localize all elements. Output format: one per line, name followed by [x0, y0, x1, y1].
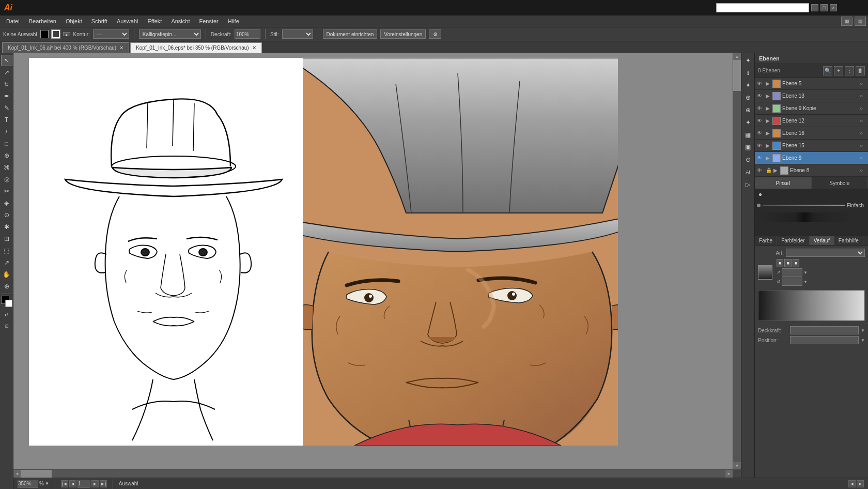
tool-rotate[interactable]: ↻ [1, 79, 12, 90]
tool-pen[interactable]: ✒ [1, 90, 12, 102]
layers-menu-btn[interactable]: ⋮ [845, 66, 854, 75]
menu-auswahl[interactable]: Auswahl [113, 17, 143, 25]
tab-symbole[interactable]: Symbole [812, 177, 869, 189]
tab-1-close[interactable]: ✕ [119, 45, 123, 51]
panel-icon-btn2[interactable]: ▤ [855, 17, 866, 26]
layer-eye-9k[interactable]: 👁 [757, 105, 764, 111]
right-tool-3[interactable]: ✦ [742, 80, 754, 91]
art-select[interactable] [786, 249, 865, 257]
tab-1[interactable]: Kopf_01_Ink_06.ai* bei 400 % (RGB/Vorsch… [2, 42, 129, 53]
page-next-btn[interactable]: ► [91, 480, 99, 487]
layers-delete-btn[interactable]: 🗑 [856, 66, 865, 75]
menu-schrift[interactable]: Schrift [87, 17, 112, 25]
panel-icon-btn1[interactable]: ▦ [841, 17, 853, 26]
color-tab-verlauf[interactable]: Verlauf [810, 236, 834, 245]
tool-blend[interactable]: ◎ [1, 174, 12, 185]
tool-transform[interactable]: ⊕ [1, 150, 12, 161]
tool-zoom[interactable]: ⊕ [1, 281, 12, 292]
page-last-btn[interactable]: ►| [100, 480, 107, 487]
canvas-area[interactable]: ▲ ▼ ◄ ► [13, 53, 741, 478]
menu-bearbeiten[interactable]: Bearbeiten [25, 17, 60, 25]
right-tool-7[interactable]: ▦ [742, 129, 754, 141]
layer-row-ebene8[interactable]: 👁 🔒 ▶ Ebene 8 ○ [755, 164, 868, 177]
fill-color-indicator[interactable] [1, 296, 12, 307]
tool-scissors[interactable]: ✂ [1, 186, 12, 197]
right-tool-6[interactable]: ✦ [742, 117, 754, 128]
tool-warp[interactable]: ⌘ [1, 162, 12, 173]
color-tab-farbe[interactable]: Farbe [755, 236, 777, 245]
layer-expand-15[interactable]: ▶ [766, 143, 771, 148]
tool-hand[interactable]: ✋ [1, 269, 12, 280]
deckkraft-input[interactable] [790, 326, 859, 334]
page-prev-btn[interactable]: ◄ [69, 480, 76, 487]
tool-line[interactable]: / [1, 126, 12, 137]
gradient-swatch[interactable] [758, 265, 772, 280]
color-tab-farbfelder[interactable]: Farbfelder [777, 236, 810, 245]
color-tab-farbhilfe[interactable]: Farbhilfe [834, 236, 863, 245]
right-tool-9[interactable]: ⊙ [742, 154, 754, 165]
position-input[interactable] [790, 336, 859, 344]
color-type-btn2[interactable]: ■ [784, 259, 791, 267]
right-tool-8[interactable]: ▣ [742, 142, 754, 153]
tool-none[interactable]: ∅ [1, 320, 12, 332]
page-input[interactable] [78, 480, 90, 488]
maximize-btn[interactable]: □ [820, 4, 828, 11]
opacity-input[interactable] [235, 29, 260, 39]
layer-expand-16[interactable]: ▶ [766, 130, 771, 136]
layer-expand-13[interactable]: ▶ [766, 93, 771, 99]
layer-row-ebene9kopie[interactable]: 👁 ▶ Ebene 9 Kopie ○ [755, 102, 868, 115]
tool-rect[interactable]: □ [1, 138, 12, 149]
scrollbar-vertical[interactable]: ▲ ▼ [733, 53, 741, 469]
layer-row-ebene15[interactable]: 👁 ▶ Ebene 15 ○ [755, 140, 868, 152]
zoom-select-arrow[interactable]: ▼ [45, 481, 49, 486]
layer-expand-12[interactable]: ▶ [766, 118, 771, 124]
menu-datei[interactable]: Datei [2, 17, 24, 25]
layer-eye-12[interactable]: 👁 [757, 118, 764, 124]
menu-fenster[interactable]: Fenster [195, 17, 222, 25]
right-tool-5[interactable]: ⊕ [742, 104, 754, 116]
tool-select[interactable]: ↖ [1, 55, 12, 66]
tool-mesh[interactable]: ⊙ [1, 209, 12, 221]
deckkraft-arrow[interactable]: ▼ [861, 328, 865, 333]
menu-objekt[interactable]: Objekt [61, 17, 86, 25]
document-setup-btn[interactable]: Dokument einrichten [323, 29, 378, 39]
style-select[interactable] [282, 29, 313, 39]
tool-swap-colors[interactable]: ⇄ [1, 309, 12, 320]
layers-search-btn[interactable]: 🔍 [823, 66, 832, 75]
layer-row-ebene16[interactable]: 👁 ▶ Ebene 16 ○ [755, 127, 868, 140]
tool-direct-select[interactable]: ↗ [1, 67, 12, 78]
search-input[interactable] [716, 3, 809, 12]
right-tool-4[interactable]: ⊕ [742, 92, 754, 103]
fill-swatch-stroke[interactable] [52, 30, 60, 38]
zoom-input[interactable] [18, 480, 38, 488]
preferences-btn[interactable]: Voreinstellungen [380, 29, 426, 39]
tool-symbol[interactable]: ⊡ [1, 233, 12, 244]
layer-lock-8[interactable]: 🔒 [766, 167, 772, 173]
layer-row-ebene12[interactable]: 👁 ▶ Ebene 12 ○ [755, 115, 868, 127]
tool-gradient[interactable]: ◈ [1, 197, 12, 209]
menu-hilfe[interactable]: Hilfe [224, 17, 243, 25]
menu-ansicht[interactable]: Ansicht [167, 17, 194, 25]
tool-eyedropper[interactable]: ✱ [1, 221, 12, 233]
tool-brush[interactable]: ✎ [1, 102, 12, 114]
layer-eye-9[interactable]: 👁 [757, 155, 764, 161]
color-type-btn3[interactable]: ■ [793, 259, 799, 267]
fill-swatch[interactable] [40, 30, 49, 38]
layer-row-ebene9[interactable]: 👁 ▶ Ebene 9 ○ [755, 152, 868, 164]
arrange-btn[interactable]: ⚙ [429, 29, 441, 39]
tab-pinsel[interactable]: Pinsel [755, 177, 812, 189]
right-tool-info[interactable]: ℹ [742, 67, 754, 79]
layer-eye-16[interactable]: 👁 [757, 130, 764, 136]
brush-select[interactable]: Kalligrafiepin... [139, 29, 201, 39]
tab-2[interactable]: Kopf_01_Ink_06.eps* bei 350 % (RGB/Vorsc… [130, 42, 261, 53]
tool-chart[interactable]: ⬚ [1, 245, 12, 256]
angle-select-arrow[interactable]: ▼ [803, 270, 808, 275]
position-arrow[interactable]: ▼ [861, 338, 865, 343]
stroke-width-select[interactable]: — [93, 29, 129, 39]
layers-new-btn[interactable]: + [834, 66, 843, 75]
right-tool-11[interactable]: ▷ [742, 179, 754, 190]
kurvung-input[interactable] [782, 278, 802, 286]
right-tool-1[interactable]: ✦ [742, 55, 754, 66]
status-next-arrow[interactable]: ► [857, 480, 864, 487]
layer-expand-8[interactable]: ▶ [773, 167, 779, 173]
